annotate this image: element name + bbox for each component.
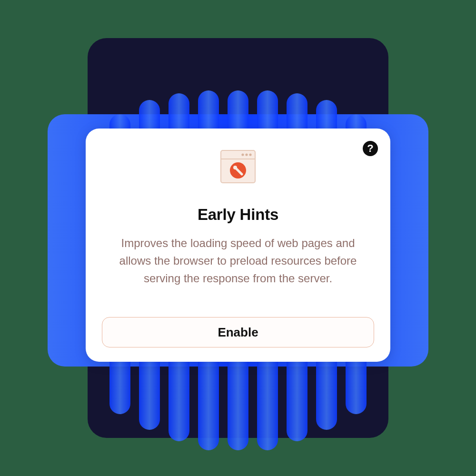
svg-point-2 [245, 153, 248, 156]
svg-point-3 [249, 153, 251, 156]
help-icon: ? [367, 143, 373, 154]
card-title: Early Hints [198, 206, 278, 224]
help-button[interactable]: ? [363, 141, 378, 156]
browser-speed-icon [218, 147, 258, 188]
svg-point-4 [241, 153, 244, 156]
feature-card: ? Early Hints Improves the loading speed… [86, 129, 390, 362]
enable-button[interactable]: Enable [102, 317, 374, 347]
card-description: Improves the loading speed of web pages … [105, 234, 371, 288]
stage: ? Early Hints Improves the loading speed… [0, 0, 476, 476]
enable-button-label: Enable [218, 325, 258, 340]
